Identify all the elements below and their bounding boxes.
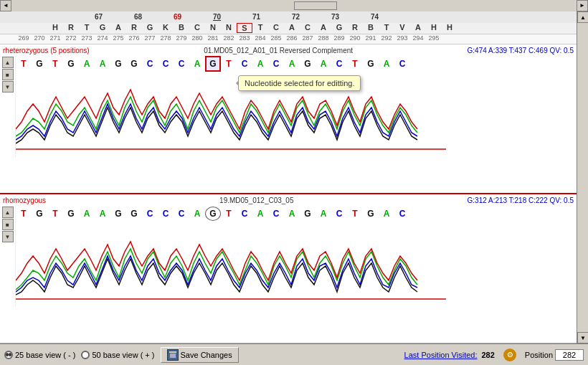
cons-G2: G — [142, 23, 158, 33]
panel2-label-center: 19.MD05_012_C03_05 — [219, 196, 293, 204]
nuc2-A2[interactable]: A — [95, 209, 110, 219]
cons-C2: C — [268, 23, 284, 33]
nuc2-C3[interactable]: C — [174, 209, 189, 219]
panel1-controls: ▲ ■ ▼ — [0, 56, 16, 158]
panel1-nav-btn1[interactable]: ▲ — [2, 57, 14, 68]
pos-72: 72 — [276, 13, 316, 21]
nuc2-C5[interactable]: C — [268, 209, 284, 219]
pos-71: 71 — [237, 13, 276, 21]
panel1: rheterozygous (5 positions) 01.MD05_012_… — [0, 44, 577, 194]
nuc2-G3[interactable]: G — [110, 209, 126, 219]
nuc2-G4[interactable]: G — [126, 209, 142, 219]
panel2-nuc-row: T G T G A A G G C C C A G — [16, 206, 577, 222]
nuc1-A3[interactable]: A — [189, 59, 205, 69]
nuc1-A6[interactable]: A — [316, 59, 331, 69]
panel1-chromatogram: Nucleotide selected for editting. — [16, 72, 577, 158]
cons-B: B — [174, 23, 189, 33]
main-content: 67 68 69 70 71 72 73 74 H R T G — [0, 11, 577, 343]
nuc2-A[interactable]: A — [79, 209, 95, 219]
nuc1-T3[interactable]: T — [221, 59, 237, 69]
bottom-toolbar: 25 base view ( - ) 50 base view ( + ) Sa… — [0, 343, 588, 365]
nuc1-A4[interactable]: A — [252, 59, 268, 69]
nuc2-G5[interactable]: G — [300, 209, 316, 219]
scroll-down-btn[interactable]: ▼ — [577, 332, 588, 343]
view50-radio[interactable] — [81, 351, 90, 359]
last-position-value: 282 — [482, 351, 495, 359]
save-changes-button[interactable]: Save Changes — [161, 347, 239, 363]
position-field[interactable] — [555, 349, 584, 361]
nuc2-C[interactable]: C — [142, 209, 158, 219]
h-scroll-track[interactable] — [11, 0, 577, 11]
view25-radio[interactable] — [4, 351, 13, 359]
cons-A3: A — [316, 23, 331, 33]
cons-B2: B — [363, 23, 379, 33]
nuc2-C4[interactable]: C — [237, 209, 252, 219]
nuc2-C7[interactable]: C — [394, 209, 410, 219]
pos-69: 69 — [158, 13, 197, 21]
nuc2-C6[interactable]: C — [331, 209, 347, 219]
cons-A4: A — [410, 23, 426, 33]
nuc1-G5[interactable]: G — [300, 59, 316, 69]
nuc2-A7[interactable]: A — [379, 209, 394, 219]
cons-R: R — [63, 23, 79, 33]
save-label: Save Changes — [181, 351, 232, 359]
nuc2-G[interactable]: G — [32, 209, 47, 219]
nuc2-T3[interactable]: T — [221, 209, 237, 219]
nuc1-T[interactable]: T — [16, 59, 32, 69]
nuc1-T2[interactable]: T — [47, 59, 63, 69]
nuc2-T[interactable]: T — [16, 209, 32, 219]
cons-H: H — [47, 23, 63, 33]
nuc1-A5[interactable]: A — [284, 59, 300, 69]
nuc2-G2[interactable]: G — [63, 209, 79, 219]
nuc1-T4[interactable]: T — [347, 59, 363, 69]
panel2-nav-btn3[interactable]: ▼ — [2, 231, 14, 242]
scroll-right-btn[interactable]: ► — [577, 0, 588, 11]
v-scroll-track[interactable] — [577, 23, 588, 332]
view25-label: 25 base view ( - ) — [15, 351, 75, 359]
nuc2-C2[interactable]: C — [158, 209, 174, 219]
nuc2-G-circle[interactable]: G — [205, 207, 221, 221]
panel2: rhomozygous 19.MD05_012_C03_05 G:312 A:2… — [0, 194, 577, 343]
pos-73: 73 — [316, 13, 355, 21]
position-header: 67 68 69 70 71 72 73 74 H R T G — [0, 11, 577, 34]
last-position-label[interactable]: Last Position Visited: — [404, 351, 478, 359]
nuc1-G3[interactable]: G — [110, 59, 126, 69]
pos-74: 74 — [355, 13, 394, 21]
nuc2-T2[interactable]: T — [47, 209, 63, 219]
panel2-chrom-svg — [16, 222, 446, 308]
panel2-body: ▲ ■ ▼ T G T G A A — [0, 206, 577, 308]
h-scrollbar-top: ◄ ► — [0, 0, 588, 11]
panel2-nav-btn1[interactable]: ▲ — [2, 207, 14, 218]
nuc1-C5[interactable]: C — [268, 59, 284, 69]
nuc1-C[interactable]: C — [142, 59, 158, 69]
panel1-nav-btn2[interactable]: ■ — [2, 69, 14, 80]
nuc1-G4[interactable]: G — [126, 59, 142, 69]
consensus-letters-row: H R T G A R G K B C N N S T C — [0, 23, 577, 34]
nuc2-A5[interactable]: A — [284, 209, 300, 219]
panel1-body: ▲ ■ ▼ T G T G A A — [0, 56, 577, 158]
nuc1-G-selected[interactable]: G — [205, 56, 221, 72]
panel1-nav-btn3[interactable]: ▼ — [2, 81, 14, 93]
nuc1-C7[interactable]: C — [394, 59, 410, 69]
nuc2-G6[interactable]: G — [363, 209, 379, 219]
cons-H3: H — [442, 23, 457, 33]
scroll-left-btn[interactable]: ◄ — [0, 0, 11, 11]
nuc1-A[interactable]: A — [79, 59, 95, 69]
nuc2-A4[interactable]: A — [252, 209, 268, 219]
nuc1-A7[interactable]: A — [379, 59, 394, 69]
nuc1-G6[interactable]: G — [363, 59, 379, 69]
nuc2-A6[interactable]: A — [316, 209, 331, 219]
nuc1-G2[interactable]: G — [63, 59, 79, 69]
nuc1-A2[interactable]: A — [95, 59, 110, 69]
nuc1-C3[interactable]: C — [174, 59, 189, 69]
nuc1-C6[interactable]: C — [331, 59, 347, 69]
h-scroll-thumb[interactable] — [294, 1, 337, 10]
nuc1-C4[interactable]: C — [237, 59, 252, 69]
cons-A2: A — [284, 23, 300, 33]
scroll-up-btn[interactable]: ▲ — [577, 11, 588, 23]
nuc1-G[interactable]: G — [32, 59, 47, 69]
nuc2-A3[interactable]: A — [189, 209, 205, 219]
nuc2-T4[interactable]: T — [347, 209, 363, 219]
panel2-nav-btn2[interactable]: ■ — [2, 219, 14, 230]
nuc1-C2[interactable]: C — [158, 59, 174, 69]
